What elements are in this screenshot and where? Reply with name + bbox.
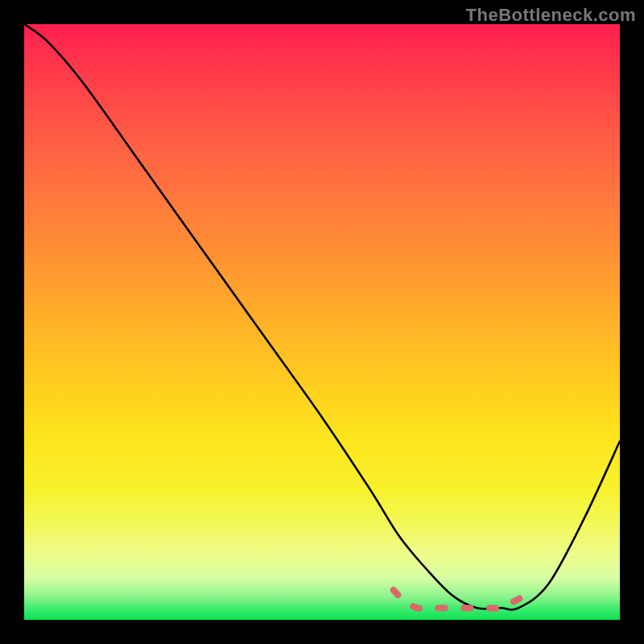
watermark-text: TheBottleneck.com (466, 5, 636, 26)
chart-container: TheBottleneck.com (0, 0, 644, 644)
bottleneck-curve (24, 24, 620, 609)
plot-area (24, 24, 620, 620)
curve-svg (24, 24, 620, 620)
